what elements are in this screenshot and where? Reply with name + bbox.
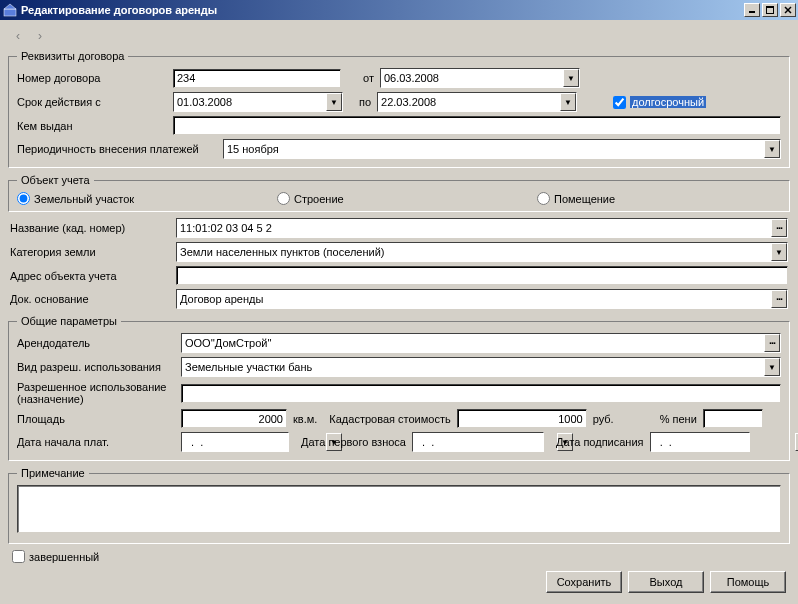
permitted-combo[interactable]: ▼ [181,357,781,377]
category-combo[interactable]: ▼ [176,242,788,262]
radio-land[interactable]: Земельный участок [17,192,277,205]
completed-checkbox[interactable]: завершенный [12,550,786,563]
term-from-input[interactable] [174,93,326,111]
dropdown-icon[interactable]: ▼ [563,69,579,87]
first-pay-combo[interactable]: ▼ [412,432,544,452]
number-label: Номер договора [17,72,167,84]
longterm-label: долгосрочный [630,96,706,108]
from-date-input[interactable] [381,69,563,87]
term-to-label: по [359,96,371,108]
first-pay-input[interactable] [413,433,557,451]
area-input[interactable] [181,409,287,428]
penalty-label: % пени [660,413,697,425]
dropdown-icon[interactable]: ▼ [326,93,342,111]
category-label: Категория земли [10,246,170,258]
object-legend: Объект учета [17,174,94,186]
basis-field[interactable]: ··· [176,289,788,309]
svg-marker-1 [4,4,16,9]
from-date-combo[interactable]: ▼ [380,68,580,88]
ellipsis-button[interactable]: ··· [764,334,780,352]
from-label: от [363,72,374,84]
permitted-label: Вид разреш. использования [17,361,175,373]
first-pay-label: Дата первого взноса [301,436,406,448]
exit-button[interactable]: Выход [628,571,704,593]
svg-rect-0 [4,9,16,16]
note-textarea[interactable] [17,485,781,533]
dropdown-icon[interactable]: ▼ [764,140,780,158]
pay-start-label: Дата начала плат. [17,436,175,448]
issued-label: Кем выдан [17,120,167,132]
category-input[interactable] [177,243,771,261]
nav-next-button[interactable]: › [32,28,48,44]
maximize-button[interactable] [762,3,778,17]
requisites-legend: Реквизиты договора [17,50,128,62]
close-button[interactable] [780,3,796,17]
basis-label: Док. основание [10,293,170,305]
purpose-label: Разрешенное использование (назначение) [17,381,175,405]
permitted-input[interactable] [182,358,764,376]
periodicity-combo[interactable]: ▼ [223,139,781,159]
cadastral-unit: руб. [593,413,614,425]
dropdown-icon[interactable]: ▼ [560,93,576,111]
completed-label: завершенный [29,551,99,563]
object-name-field[interactable]: ··· [176,218,788,238]
address-label: Адрес объекта учета [10,270,170,282]
periodicity-label: Периодичность внесения платежей [17,143,217,155]
address-input[interactable] [176,266,788,285]
term-from-label: Срок действия с [17,96,167,108]
dropdown-icon[interactable]: ▼ [764,358,780,376]
object-group: Объект учета Земельный участок Строение … [8,174,790,212]
longterm-check-input[interactable] [613,96,626,109]
help-button[interactable]: Помощь [710,571,786,593]
requisites-group: Реквизиты договора Номер договора от ▼ С… [8,50,790,168]
lessor-field[interactable]: ··· [181,333,781,353]
term-to-combo[interactable]: ▼ [377,92,577,112]
lessor-label: Арендодатель [17,337,175,349]
window-title: Редактирование договоров аренды [21,4,744,16]
issued-input[interactable] [173,116,781,135]
app-icon [2,2,18,18]
ellipsis-button[interactable]: ··· [771,219,787,237]
dropdown-icon[interactable]: ▼ [795,433,798,451]
dropdown-icon[interactable]: ▼ [771,243,787,261]
cadastral-input[interactable] [457,409,587,428]
term-to-input[interactable] [378,93,560,111]
area-unit: кв.м. [293,413,317,425]
sign-combo[interactable]: ▼ [650,432,750,452]
completed-check-input[interactable] [12,550,25,563]
purpose-input[interactable] [181,384,781,403]
radio-building[interactable]: Строение [277,192,537,205]
radio-room[interactable]: Помещение [537,192,615,205]
titlebar: Редактирование договоров аренды [0,0,798,20]
lessor-input[interactable] [182,334,764,352]
term-from-combo[interactable]: ▼ [173,92,343,112]
sign-input[interactable] [651,433,795,451]
minimize-button[interactable] [744,3,760,17]
periodicity-input[interactable] [224,140,764,158]
save-button[interactable]: Сохранить [546,571,622,593]
ellipsis-button[interactable]: ··· [771,290,787,308]
penalty-input[interactable] [703,409,763,428]
note-group: Примечание [8,467,790,544]
area-label: Площадь [17,413,175,425]
longterm-checkbox[interactable]: долгосрочный [613,96,706,109]
sign-label: Дата подписания [556,436,644,448]
basis-input[interactable] [177,290,771,308]
number-input[interactable] [173,69,341,88]
note-legend: Примечание [17,467,89,479]
object-name-label: Название (кад. номер) [10,222,170,234]
nav-prev-button[interactable]: ‹ [10,28,26,44]
common-legend: Общие параметры [17,315,121,327]
common-group: Общие параметры Арендодатель ··· Вид раз… [8,315,790,461]
object-name-input[interactable] [177,219,771,237]
pay-start-combo[interactable]: ▼ [181,432,289,452]
cadastral-label: Кадастровая стоимость [329,413,450,425]
